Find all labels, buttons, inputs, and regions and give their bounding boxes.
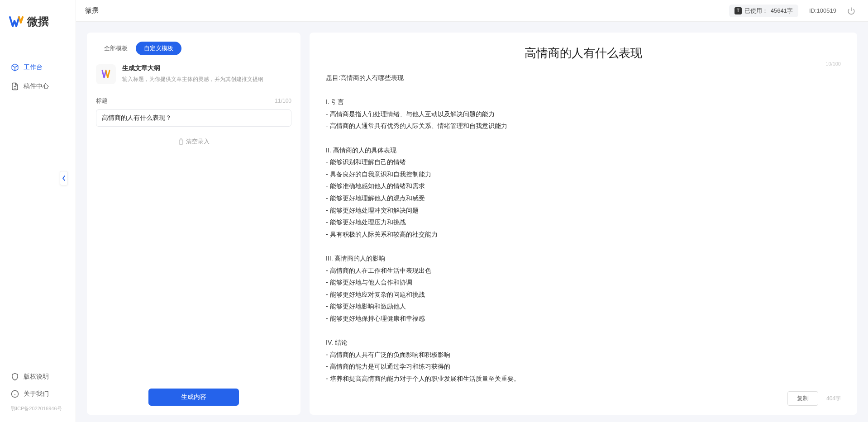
result-title-count: 10/100	[825, 61, 841, 66]
footer-label: 关于我们	[24, 390, 49, 398]
nav-label: 工作台	[24, 63, 43, 71]
template-title: 生成文章大纲	[122, 64, 291, 72]
usage-label: 已使用：	[744, 7, 768, 15]
result-title: 高情商的人有什么表现	[326, 45, 841, 61]
clear-label: 清空录入	[186, 138, 210, 146]
result-word-count: 404字	[826, 395, 841, 403]
footer-about[interactable]: 关于我们	[0, 385, 76, 403]
sidebar: 微撰 工作台 稿件中心 版权说明	[0, 0, 76, 422]
logo-icon	[9, 14, 24, 29]
result-panel: 高情商的人有什么表现 10/100 题目:高情商的人有哪些表现 I. 引言 - …	[310, 33, 857, 415]
icp-text: 鄂ICP备2022016946号	[0, 403, 76, 415]
input-panel: 全部模板 自定义模板 生成文章大纲 输入标题，为你提供文章主体的灵感，并为其创建…	[87, 33, 300, 415]
footer-label: 版权说明	[24, 373, 49, 381]
main: 微撰 T 已使用： 45641字 ID:100519 全部模板 自定义模板	[76, 0, 868, 422]
nav-drafts[interactable]: 稿件中心	[0, 77, 76, 96]
title-input[interactable]	[96, 109, 291, 127]
user-id: ID:100519	[809, 7, 836, 14]
shield-icon	[11, 373, 19, 381]
logo-text: 微撰	[27, 14, 49, 29]
sidebar-footer: 版权说明 关于我们 鄂ICP备2022016946号	[0, 368, 76, 422]
tab-all-templates[interactable]: 全部模板	[96, 42, 136, 55]
title-char-count: 11/100	[275, 98, 291, 104]
nav-workspace[interactable]: 工作台	[0, 58, 76, 77]
template-info: 生成文章大纲 输入标题，为你提供文章主体的灵感，并为其创建推文提纲	[96, 64, 291, 84]
usage-value: 45641字	[771, 7, 793, 15]
document-icon	[11, 82, 19, 90]
chevron-left-icon	[62, 175, 66, 181]
title-field-label: 标题	[96, 97, 108, 105]
copy-button[interactable]: 复制	[787, 391, 818, 406]
result-body[interactable]: 题目:高情商的人有哪些表现 I. 引言 - 高情商是指人们处理情绪、与他人互动以…	[326, 72, 841, 385]
info-icon	[11, 390, 19, 398]
footer-copyright[interactable]: 版权说明	[0, 368, 76, 385]
template-tabs: 全部模板 自定义模板	[96, 42, 291, 55]
usage-badge[interactable]: T 已使用： 45641字	[729, 5, 798, 17]
trash-icon	[178, 138, 184, 145]
cube-icon	[11, 63, 19, 71]
template-icon	[96, 64, 116, 84]
collapse-sidebar-button[interactable]	[60, 171, 68, 185]
power-icon[interactable]	[847, 7, 855, 15]
topbar: 微撰 T 已使用： 45641字 ID:100519	[76, 0, 868, 22]
tab-custom-templates[interactable]: 自定义模板	[136, 42, 181, 55]
template-desc: 输入标题，为你提供文章主体的灵感，并为其创建推文提纲	[122, 75, 291, 83]
clear-input-button[interactable]: 清空录入	[96, 135, 291, 148]
nav-label: 稿件中心	[24, 82, 49, 90]
logo[interactable]: 微撰	[0, 0, 76, 40]
nav: 工作台 稿件中心	[0, 40, 76, 368]
text-icon: T	[734, 7, 742, 14]
page-title: 微撰	[85, 6, 729, 15]
generate-button[interactable]: 生成内容	[148, 389, 239, 406]
